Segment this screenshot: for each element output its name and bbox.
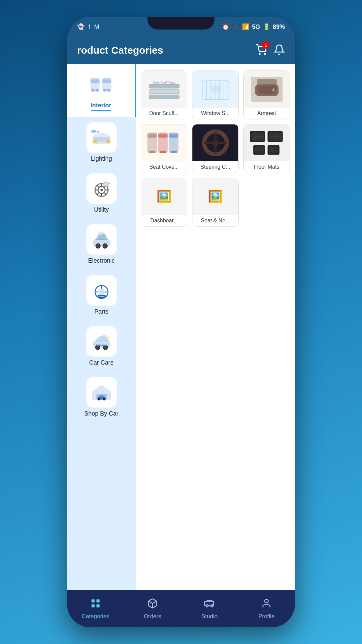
- bottom-nav: Categories Orders: [67, 590, 295, 627]
- signal-text: 5G: [252, 23, 260, 31]
- orders-label: Orders: [144, 613, 161, 620]
- svg-rect-57: [149, 95, 179, 99]
- svg-text:✨: ✨: [106, 335, 111, 339]
- ghost-icon: 👻: [77, 23, 84, 31]
- svg-rect-79: [171, 151, 177, 153]
- lighting-label: Lighting: [91, 155, 112, 162]
- door-scuff-image: Door Scuff Plate: [141, 71, 187, 108]
- sidebar-item-shop-by-car[interactable]: Shop By Car: [67, 372, 136, 423]
- product-card-door-scuff[interactable]: Door Scuff Plate Door Scuff...: [141, 70, 187, 119]
- svg-rect-74: [158, 133, 168, 138]
- alarm-icon: ⏰: [222, 23, 229, 31]
- svg-line-29: [109, 183, 110, 184]
- cart-button[interactable]: 1: [255, 44, 267, 57]
- active-underline: [91, 110, 111, 111]
- svg-rect-55: [149, 84, 179, 88]
- electronic-icon-box: [86, 224, 117, 255]
- phone-icon: 📞: [232, 23, 239, 31]
- svg-rect-116: [97, 599, 100, 602]
- product-card-floor-mats[interactable]: Floor Mats: [243, 124, 290, 173]
- svg-rect-70: [257, 79, 277, 84]
- svg-rect-76: [169, 133, 178, 138]
- svg-point-18: [100, 189, 103, 191]
- electronic-icon: [90, 229, 113, 250]
- categories-icon: [90, 598, 101, 611]
- notification-button[interactable]: [274, 44, 285, 57]
- product-card-window-s[interactable]: Window S...: [192, 70, 239, 119]
- shop-by-car-icon: [90, 382, 113, 402]
- product-card-dashboar[interactable]: 🖼️ Dashboar...: [141, 178, 187, 227]
- svg-rect-117: [92, 604, 95, 607]
- nav-profile[interactable]: Profile: [238, 598, 295, 620]
- svg-point-1: [264, 53, 265, 54]
- car-care-icon: ✨ ✦ DETAILING: [90, 331, 113, 352]
- svg-text:Door Scuff Plate: Door Scuff Plate: [153, 81, 175, 84]
- svg-point-0: [259, 53, 260, 54]
- shop-by-car-icon-box: [86, 377, 117, 408]
- sidebar-item-electronic[interactable]: Electronic: [67, 219, 136, 270]
- gmail-icon: M: [94, 23, 99, 31]
- svg-rect-108: [254, 146, 264, 154]
- svg-rect-7: [102, 78, 111, 83]
- parts-label: Parts: [94, 308, 108, 315]
- svg-line-24: [104, 193, 106, 195]
- wifi-icon: 📶: [242, 23, 249, 31]
- parts-icon: CHiWE: [90, 280, 113, 301]
- cart-badge: 1: [262, 41, 269, 49]
- car-care-icon-box: ✨ ✦ DETAILING: [86, 326, 117, 357]
- product-card-steering-c[interactable]: Steering C...: [192, 124, 239, 173]
- nav-orders[interactable]: Orders: [124, 598, 181, 620]
- profile-icon: [261, 598, 272, 611]
- svg-rect-3: [90, 78, 99, 83]
- svg-point-31: [96, 244, 100, 248]
- utility-icon-box: [86, 173, 117, 204]
- svg-rect-4: [91, 89, 95, 92]
- steering-c-name: Steering C...: [192, 161, 238, 173]
- sidebar-item-interior[interactable]: Interior: [67, 64, 136, 117]
- nav-categories[interactable]: Categories: [67, 598, 124, 620]
- seat-cove-name: Seat Cove...: [141, 161, 187, 173]
- svg-point-12: [94, 140, 97, 143]
- status-right-info: ⏰ 📞 📶 5G 🔋 89%: [222, 23, 285, 31]
- interior-icon-box: [86, 69, 116, 99]
- svg-point-13: [106, 140, 109, 143]
- seat-cove-image: [141, 124, 187, 161]
- svg-point-122: [265, 599, 268, 603]
- product-card-seat-cove[interactable]: Seat Cove...: [141, 124, 187, 173]
- product-card-armrest[interactable]: Armrest: [243, 70, 290, 119]
- studio-label: Studio: [201, 613, 218, 620]
- sidebar: Interior D Lighting: [67, 64, 136, 590]
- svg-rect-8: [103, 89, 107, 92]
- header-icons: 1: [255, 44, 285, 57]
- steering-c-svg: [197, 128, 234, 158]
- svg-rect-72: [147, 133, 157, 138]
- phone-frame: 👻 f M ⏰ 📞 📶 5G 🔋 89% roduct Categories 1: [67, 17, 295, 627]
- armrest-name: Armrest: [244, 108, 290, 119]
- svg-point-53: [98, 398, 100, 400]
- car-icon: [204, 598, 215, 609]
- svg-point-54: [103, 398, 105, 400]
- svg-point-69: [272, 88, 275, 92]
- svg-text:D: D: [97, 130, 99, 133]
- sidebar-item-car-care[interactable]: ✨ ✦ DETAILING Car Care: [67, 321, 136, 372]
- door-scuff-svg: Door Scuff Plate: [146, 74, 183, 104]
- svg-text:DETAILING: DETAILING: [96, 344, 107, 346]
- svg-rect-14: [91, 130, 96, 132]
- header-title: roduct Categories: [77, 45, 163, 56]
- floor-mats-image: [244, 124, 290, 161]
- nav-studio[interactable]: Studio: [181, 598, 238, 620]
- bell-icon: [274, 44, 285, 55]
- sidebar-item-parts[interactable]: CHiWE Parts: [67, 270, 136, 321]
- dashboar-name: Dashboar...: [141, 215, 187, 226]
- armrest-svg: [248, 74, 285, 104]
- app-header: roduct Categories 1: [67, 37, 295, 64]
- floor-mats-svg: [248, 128, 285, 158]
- svg-text:CHiWE: CHiWE: [98, 295, 105, 298]
- svg-point-32: [103, 244, 107, 248]
- sidebar-item-lighting[interactable]: D Lighting: [67, 117, 136, 168]
- product-card-seat-ne[interactable]: 🖼️ Seat & Ne...: [192, 178, 239, 227]
- sidebar-item-utility[interactable]: Utility: [67, 168, 136, 219]
- battery-percent: 89%: [273, 23, 285, 31]
- armrest-image: [244, 71, 290, 108]
- parts-icon-box: CHiWE: [86, 275, 117, 306]
